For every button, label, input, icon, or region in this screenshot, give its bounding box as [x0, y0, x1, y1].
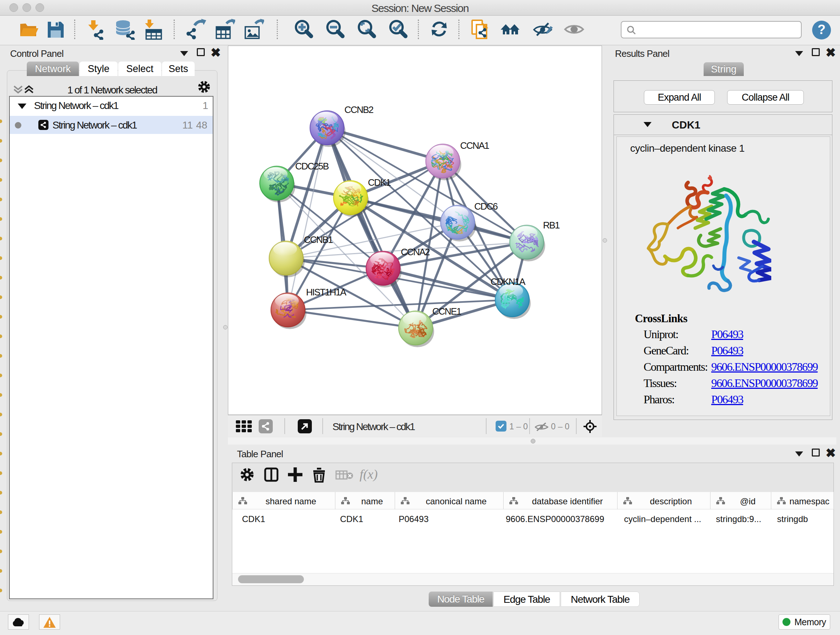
svg-text:CDC25B: CDC25B: [295, 161, 328, 172]
svg-text:CDC6: CDC6: [474, 201, 498, 212]
svg-text:CCNB1: CCNB1: [304, 234, 333, 245]
svg-text:CCNE1: CCNE1: [432, 306, 461, 317]
svg-text:CDKN1A: CDKN1A: [491, 276, 526, 287]
svg-text:CCNA2: CCNA2: [401, 247, 430, 257]
svg-text:CDK1: CDK1: [368, 177, 391, 188]
svg-text:CCNA1: CCNA1: [460, 140, 489, 151]
svg-text:CCNB2: CCNB2: [344, 104, 373, 115]
svg-text:HIST1H1A: HIST1H1A: [306, 287, 347, 298]
svg-text:RB1: RB1: [543, 220, 560, 231]
